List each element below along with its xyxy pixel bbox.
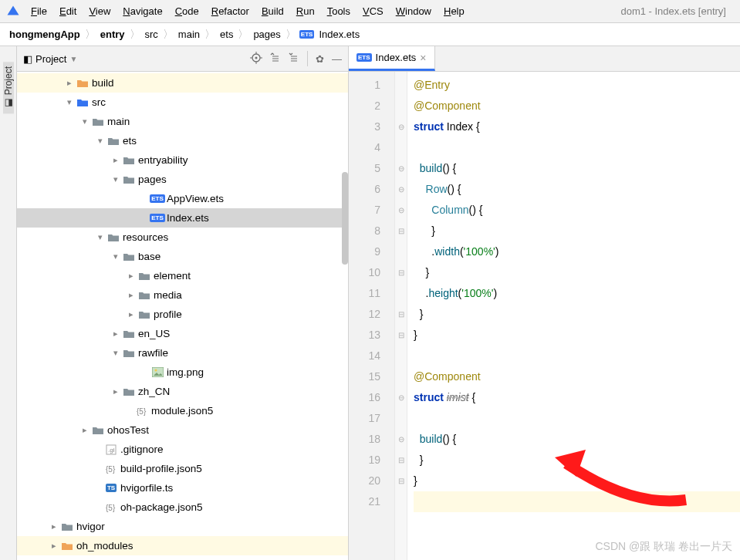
tree-item[interactable]: ▸build bbox=[17, 73, 348, 93]
tree-arrow-icon[interactable]: ▾ bbox=[110, 251, 122, 261]
tree-arrow-icon[interactable]: ▾ bbox=[94, 136, 106, 146]
hide-panel-icon[interactable]: — bbox=[332, 53, 342, 65]
tree-item[interactable]: ▾src bbox=[17, 93, 348, 112]
tree-arrow-icon[interactable]: ▸ bbox=[63, 78, 76, 88]
tree-item[interactable]: ▸element bbox=[17, 266, 348, 285]
code-line[interactable]: struct Index { bbox=[414, 116, 740, 137]
tree-item[interactable]: ▸oh_modules bbox=[17, 536, 348, 555]
tree-item[interactable]: ▸en_US bbox=[17, 324, 348, 343]
code-line[interactable]: Row() { bbox=[414, 179, 740, 200]
tree-item[interactable]: img.png bbox=[17, 363, 348, 382]
tree-item[interactable]: {5}oh-package.json5 bbox=[17, 498, 348, 517]
menu-run[interactable]: Run bbox=[290, 5, 321, 17]
tree-arrow-icon[interactable]: ▸ bbox=[48, 541, 60, 551]
menu-build[interactable]: Build bbox=[255, 5, 290, 17]
code-line[interactable]: } bbox=[414, 450, 740, 471]
dropdown-arrow-icon[interactable]: ▼ bbox=[69, 55, 77, 63]
tree-item[interactable]: ▾ets bbox=[17, 131, 348, 150]
tree-arrow-icon[interactable]: ▸ bbox=[110, 386, 122, 396]
gear-icon[interactable]: ✿ bbox=[316, 53, 324, 65]
tree-arrow-icon[interactable]: ▸ bbox=[110, 155, 122, 165]
fold-marker[interactable]: ⊖ bbox=[395, 179, 407, 200]
collapse-all-icon[interactable] bbox=[289, 52, 299, 66]
tree-item[interactable]: {5}module.json5 bbox=[17, 401, 348, 420]
tree-item[interactable]: ▸media bbox=[17, 285, 348, 305]
tree-item[interactable]: ▾rawfile bbox=[17, 343, 348, 363]
tree-item[interactable]: ▸ohosTest bbox=[17, 420, 348, 440]
code-line[interactable]: @Component bbox=[414, 366, 740, 387]
fold-marker[interactable]: ⊟ bbox=[395, 304, 407, 325]
code-line[interactable] bbox=[414, 408, 740, 429]
scrollbar-thumb[interactable] bbox=[342, 172, 348, 265]
breadcrumb-item[interactable]: main bbox=[177, 29, 201, 40]
tree-arrow-icon[interactable]: ▸ bbox=[79, 425, 91, 435]
breadcrumb-item[interactable]: hongmengApp bbox=[8, 29, 82, 40]
menu-window[interactable]: Window bbox=[390, 5, 438, 17]
breadcrumb-item[interactable]: src bbox=[144, 29, 160, 40]
code-line[interactable]: } bbox=[414, 325, 740, 346]
tree-item[interactable]: {5}build-profile.json5 bbox=[17, 459, 348, 478]
code-line[interactable] bbox=[414, 491, 740, 512]
fold-marker[interactable]: ⊟ bbox=[395, 325, 407, 346]
fold-gutter[interactable]: ⊖⊖⊖⊖⊟⊟⊟⊟⊖⊖⊟⊟ bbox=[395, 72, 407, 560]
tree-arrow-icon[interactable]: ▸ bbox=[125, 271, 137, 281]
menu-vcs[interactable]: VCS bbox=[356, 5, 390, 17]
tree-arrow-icon[interactable]: ▾ bbox=[110, 174, 122, 184]
code-line[interactable] bbox=[414, 137, 740, 158]
fold-marker[interactable] bbox=[395, 346, 407, 366]
tree-item[interactable]: ▸zh_CN bbox=[17, 382, 348, 401]
code-line[interactable]: .width('100%') bbox=[414, 241, 740, 262]
menu-code[interactable]: Code bbox=[169, 5, 205, 17]
tree-item[interactable]: ▾base bbox=[17, 247, 348, 266]
code-line[interactable]: } bbox=[414, 262, 740, 283]
tree-arrow-icon[interactable]: ▾ bbox=[79, 116, 91, 127]
tree-item[interactable]: ▾resources bbox=[17, 228, 348, 247]
fold-marker[interactable]: ⊖ bbox=[395, 200, 407, 221]
breadcrumb-item[interactable]: pages bbox=[252, 29, 282, 40]
fold-marker[interactable] bbox=[395, 366, 407, 387]
tree-item[interactable]: ▾pages bbox=[17, 170, 348, 189]
code-line[interactable]: Column() { bbox=[414, 200, 740, 221]
tree-item[interactable]: ETSIndex.ets bbox=[17, 208, 348, 228]
menu-refactor[interactable]: Refactor bbox=[205, 5, 255, 17]
tree-arrow-icon[interactable]: ▾ bbox=[110, 348, 122, 358]
tree-item[interactable]: ETSAppView.ets bbox=[17, 189, 348, 208]
project-tree[interactable]: ▸build▾src▾main▾ets▸entryability▾pagesET… bbox=[17, 72, 348, 560]
tree-arrow-icon[interactable]: ▸ bbox=[110, 329, 122, 339]
breadcrumb-item[interactable]: entry bbox=[99, 29, 127, 40]
code-line[interactable]: @Entry bbox=[414, 75, 740, 96]
tree-arrow-icon[interactable]: ▸ bbox=[125, 309, 137, 319]
menu-view[interactable]: View bbox=[83, 5, 117, 17]
menu-tools[interactable]: Tools bbox=[321, 5, 356, 17]
close-icon[interactable]: × bbox=[420, 52, 426, 64]
fold-marker[interactable]: ⊖ bbox=[395, 429, 407, 450]
fold-marker[interactable] bbox=[395, 408, 407, 429]
code-line[interactable]: @Component bbox=[414, 96, 740, 116]
code-line[interactable] bbox=[414, 346, 740, 366]
tree-arrow-icon[interactable]: ▸ bbox=[125, 290, 137, 300]
code-content[interactable]: @Entry@Componentstruct Index { build() {… bbox=[407, 72, 740, 560]
tree-item[interactable]: ▸entryability bbox=[17, 150, 348, 170]
locate-icon[interactable] bbox=[250, 52, 262, 66]
tree-item[interactable]: ▾main bbox=[17, 112, 348, 131]
fold-marker[interactable] bbox=[395, 241, 407, 262]
menu-file[interactable]: File bbox=[25, 5, 53, 17]
tree-item[interactable]: TShvigorfile.ts bbox=[17, 478, 348, 498]
code-line[interactable]: build() { bbox=[414, 429, 740, 450]
tab-index-ets[interactable]: ETS Index.ets × bbox=[349, 46, 435, 71]
fold-marker[interactable]: ⊟ bbox=[395, 221, 407, 241]
code-line[interactable]: .height('100%') bbox=[414, 283, 740, 304]
fold-marker[interactable]: ⊖ bbox=[395, 387, 407, 408]
fold-marker[interactable]: ⊟ bbox=[395, 262, 407, 283]
fold-marker[interactable]: ⊟ bbox=[395, 471, 407, 491]
menu-edit[interactable]: Edit bbox=[53, 5, 83, 17]
code-line[interactable]: } bbox=[414, 221, 740, 241]
code-line[interactable]: struct imist { bbox=[414, 387, 740, 408]
code-line[interactable]: } bbox=[414, 471, 740, 491]
tree-arrow-icon[interactable]: ▸ bbox=[48, 521, 60, 531]
fold-marker[interactable] bbox=[395, 96, 407, 116]
code-line[interactable]: build() { bbox=[414, 158, 740, 179]
tree-arrow-icon[interactable]: ▾ bbox=[63, 97, 76, 107]
tree-item[interactable]: .gi.gitignore bbox=[17, 440, 348, 459]
breadcrumb-item[interactable]: Index.ets bbox=[317, 29, 361, 40]
